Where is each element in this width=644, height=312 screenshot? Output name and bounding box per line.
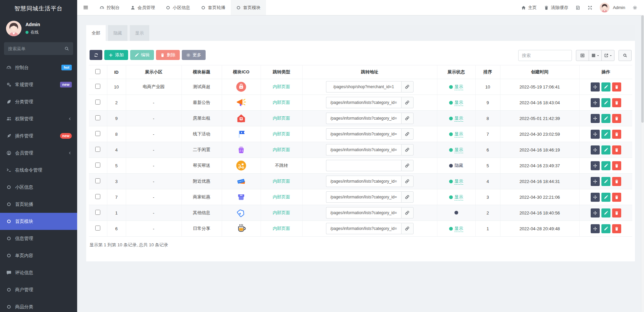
sidebar-item-14[interactable]: 商户管理: [0, 281, 77, 298]
jump-url-input[interactable]: [326, 207, 401, 219]
sidebar-item-4[interactable]: 权限管理: [0, 110, 77, 127]
edit-row-button[interactable]: [601, 193, 610, 202]
document-button[interactable]: [576, 5, 580, 10]
jump-url-input[interactable]: [326, 128, 401, 140]
filter-tab-2[interactable]: 隐藏: [108, 25, 127, 41]
row-checkbox[interactable]: [95, 226, 100, 231]
drag-button[interactable]: [591, 145, 600, 154]
drag-button[interactable]: [591, 161, 600, 170]
jump-url-input[interactable]: [326, 223, 401, 234]
link-button[interactable]: [401, 144, 414, 155]
detail-view-button[interactable]: [576, 50, 589, 61]
link-button[interactable]: [401, 128, 414, 140]
drag-button[interactable]: [591, 208, 600, 217]
edit-row-button[interactable]: [601, 224, 610, 233]
sidebar-item-13[interactable]: 评论信息: [0, 264, 77, 281]
status-label[interactable]: 显示: [454, 194, 463, 200]
delete-row-button[interactable]: [612, 224, 621, 233]
select-all-checkbox[interactable]: [95, 69, 100, 74]
jump-url-input[interactable]: [326, 191, 401, 203]
link-button[interactable]: [401, 207, 414, 219]
status-label[interactable]: 显示: [454, 178, 463, 185]
export-button[interactable]: [601, 50, 614, 61]
row-checkbox[interactable]: [95, 210, 100, 215]
delete-row-button[interactable]: [612, 161, 621, 170]
status-label[interactable]: 隐藏: [454, 163, 463, 169]
topbar-tab-4[interactable]: 首页轮播: [196, 0, 231, 15]
topbar-tab-2[interactable]: 会员管理: [125, 0, 160, 15]
jump-url-input[interactable]: [326, 176, 401, 187]
status-label[interactable]: 显示: [454, 84, 463, 90]
delete-row-button[interactable]: [612, 98, 621, 107]
more-button[interactable]: 更多: [182, 50, 206, 60]
status-label[interactable]: 显示: [454, 147, 463, 153]
link-button[interactable]: [401, 113, 414, 124]
row-checkbox[interactable]: [95, 100, 100, 105]
delete-row-button[interactable]: [612, 82, 621, 91]
topbar-username[interactable]: Admin: [613, 5, 625, 10]
row-checkbox[interactable]: [95, 84, 100, 89]
sidebar-item-1[interactable]: 控制台hot: [0, 59, 77, 76]
edit-row-button[interactable]: [601, 82, 610, 91]
row-checkbox[interactable]: [95, 131, 100, 136]
edit-row-button[interactable]: [601, 145, 610, 154]
delete-row-button[interactable]: [612, 130, 621, 139]
drag-button[interactable]: [591, 130, 600, 139]
edit-row-button[interactable]: [601, 161, 610, 170]
menu-toggle-button[interactable]: [77, 0, 94, 15]
status-dot[interactable]: [454, 211, 458, 214]
jump-url-input[interactable]: [326, 81, 401, 92]
filter-tab-3[interactable]: 显示: [130, 25, 149, 41]
sidebar-item-7[interactable]: 在线命令管理: [0, 162, 77, 179]
link-button[interactable]: [401, 81, 414, 92]
sidebar-item-9[interactable]: 首页轮播: [0, 196, 77, 213]
row-checkbox[interactable]: [95, 194, 100, 199]
search-button[interactable]: [619, 50, 632, 61]
drag-button[interactable]: [591, 98, 600, 107]
link-button[interactable]: [401, 97, 414, 108]
scrollbar-track[interactable]: [641, 0, 644, 312]
filter-tab-1[interactable]: 全部: [86, 25, 106, 41]
clear-cache-button[interactable]: 清除缓存: [544, 5, 568, 11]
edit-row-button[interactable]: [601, 98, 610, 107]
row-checkbox[interactable]: [95, 163, 100, 168]
sidebar-item-15[interactable]: 商品分类: [0, 298, 77, 312]
status-label[interactable]: 显示: [454, 100, 463, 106]
sidebar-item-2[interactable]: 常规管理new: [0, 76, 77, 93]
status-label[interactable]: 显示: [454, 131, 463, 137]
edit-row-button[interactable]: [601, 130, 610, 139]
drag-button[interactable]: [591, 193, 600, 202]
edit-row-button[interactable]: [601, 114, 610, 123]
add-button[interactable]: 添加: [104, 50, 128, 60]
edit-button[interactable]: 编辑: [130, 50, 154, 60]
refresh-button[interactable]: [90, 50, 102, 60]
jump-url-input[interactable]: [326, 160, 401, 171]
topbar-tab-5[interactable]: 首页模块: [231, 0, 266, 15]
sidebar-item-10[interactable]: 首页模块: [0, 213, 77, 230]
home-link[interactable]: 主页: [521, 5, 537, 11]
delete-row-button[interactable]: [612, 193, 621, 202]
jump-url-input[interactable]: [326, 113, 401, 124]
drag-button[interactable]: [591, 177, 600, 186]
link-button[interactable]: [401, 191, 414, 203]
columns-button[interactable]: [589, 50, 602, 61]
sidebar-item-5[interactable]: 插件管理new: [0, 127, 77, 144]
sidebar-item-12[interactable]: 单页内容: [0, 247, 77, 264]
jump-url-input[interactable]: [326, 97, 401, 108]
drag-button[interactable]: [591, 82, 600, 91]
topbar-avatar[interactable]: [600, 3, 609, 12]
row-checkbox[interactable]: [95, 115, 100, 120]
delete-row-button[interactable]: [612, 208, 621, 217]
edit-row-button[interactable]: [601, 208, 610, 217]
delete-button[interactable]: 删除: [156, 50, 180, 60]
search-icon[interactable]: [64, 46, 69, 51]
link-button[interactable]: [401, 223, 414, 234]
sidebar-item-11[interactable]: 信息管理: [0, 230, 77, 247]
sidebar-item-6[interactable]: 会员管理: [0, 144, 77, 162]
delete-row-button[interactable]: [612, 114, 621, 123]
link-button[interactable]: [401, 176, 414, 187]
row-checkbox[interactable]: [95, 147, 100, 152]
delete-row-button[interactable]: [612, 145, 621, 154]
drag-button[interactable]: [591, 224, 600, 233]
drag-button[interactable]: [591, 114, 600, 123]
